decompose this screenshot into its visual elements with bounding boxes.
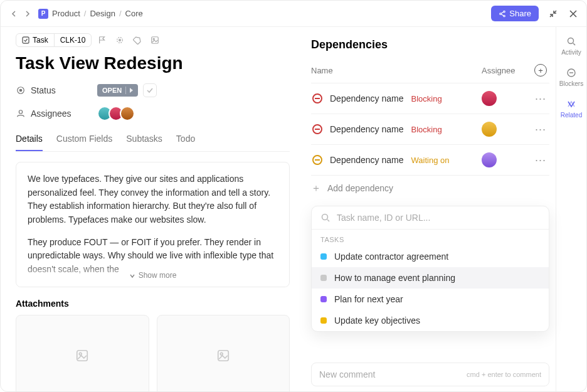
collapse-icon[interactable] bbox=[547, 8, 559, 19]
tag-icon[interactable] bbox=[130, 33, 144, 47]
status-row: Status OPEN bbox=[16, 83, 290, 97]
share-button[interactable]: Share bbox=[491, 6, 539, 21]
description-card: We love typefaces. They give our sites a… bbox=[16, 162, 290, 287]
svg-point-14 bbox=[220, 352, 223, 355]
dependencies-header: Name Assignee + bbox=[311, 60, 549, 83]
dependencies-title: Dependencies bbox=[311, 38, 549, 51]
crumb-0[interactable]: Product bbox=[52, 9, 80, 18]
status-swatch bbox=[320, 296, 327, 302]
assignees-label: Assignees bbox=[31, 109, 71, 119]
breadcrumb-sep: / bbox=[84, 9, 87, 18]
status-swatch bbox=[320, 317, 327, 324]
comment-placeholder: New comment bbox=[319, 369, 375, 379]
avatar bbox=[482, 122, 497, 137]
search-result-label: How to manage event planning bbox=[334, 273, 455, 283]
dependency-row[interactable]: Dependency name Blocking ··· bbox=[311, 83, 549, 114]
nav-back-button[interactable] bbox=[8, 8, 19, 19]
close-icon[interactable] bbox=[568, 8, 579, 19]
task-search-popover: TASKS Update contractor agreement How to… bbox=[311, 206, 549, 332]
status-play-icon bbox=[130, 88, 133, 93]
share-label: Share bbox=[509, 9, 531, 18]
search-result-label: Update key objectives bbox=[334, 315, 420, 326]
nav-forward-button[interactable] bbox=[22, 8, 33, 19]
dependency-status: Blocking bbox=[411, 94, 442, 103]
crumb-2[interactable]: Core bbox=[125, 9, 143, 18]
rail-activity[interactable]: Activity bbox=[561, 36, 581, 56]
status-icon bbox=[16, 85, 26, 95]
dependency-status: Waiting on bbox=[411, 156, 450, 165]
svg-point-10 bbox=[19, 110, 22, 114]
rail-blockers[interactable]: Blockers bbox=[559, 67, 583, 87]
rail-related[interactable]: Related bbox=[561, 98, 582, 119]
status-chip[interactable]: OPEN bbox=[97, 84, 138, 97]
side-rail: Activity Blockers Related bbox=[556, 27, 586, 391]
crumb-1[interactable]: Design bbox=[90, 9, 115, 18]
svg-point-7 bbox=[154, 38, 155, 40]
search-result[interactable]: How to manage event planning bbox=[312, 267, 549, 289]
row-menu-button[interactable]: ··· bbox=[532, 92, 549, 105]
task-pill-row: Task CLK-10 bbox=[16, 33, 290, 47]
avatar bbox=[120, 106, 135, 121]
svg-rect-3 bbox=[23, 37, 29, 43]
waiting-icon bbox=[311, 154, 324, 166]
status-swatch bbox=[320, 275, 327, 281]
breadcrumb: P Product / Design / Core bbox=[38, 9, 486, 19]
add-dependency-label: Add dependency bbox=[327, 183, 393, 193]
search-icon bbox=[566, 36, 577, 47]
dependency-name: Dependency name bbox=[330, 124, 404, 134]
complete-checkbox[interactable] bbox=[143, 83, 157, 97]
svg-point-16 bbox=[568, 38, 573, 44]
blockers-icon bbox=[566, 67, 577, 78]
task-search-input[interactable] bbox=[337, 213, 540, 223]
breadcrumb-sep: / bbox=[119, 9, 122, 18]
attachments-row bbox=[16, 315, 290, 391]
flag-icon[interactable] bbox=[95, 33, 109, 47]
add-dependency-button[interactable]: ＋ Add dependency bbox=[311, 175, 549, 201]
folder-icon: P bbox=[38, 9, 48, 19]
search-result[interactable]: Update key objectives bbox=[312, 310, 549, 331]
comment-hint: cmd + enter to comment bbox=[467, 371, 541, 378]
tab-details[interactable]: Details bbox=[16, 130, 43, 151]
show-more-button[interactable]: Show more bbox=[129, 270, 177, 282]
attachment-card[interactable] bbox=[157, 315, 290, 391]
assignees-row: Assignees bbox=[16, 106, 290, 121]
blocking-icon bbox=[311, 92, 324, 105]
rail-label: Related bbox=[561, 112, 582, 119]
dependency-name: Dependency name bbox=[330, 93, 404, 103]
related-icon bbox=[566, 98, 577, 110]
search-result[interactable]: Update contractor agreement bbox=[312, 246, 549, 267]
dependency-row[interactable]: Dependency name Waiting on ··· bbox=[311, 144, 549, 175]
col-assignee: Assignee bbox=[482, 66, 532, 75]
assignee-avatars[interactable] bbox=[97, 106, 135, 121]
nav-arrows bbox=[8, 8, 33, 19]
dependency-row[interactable]: Dependency name Blocking ··· bbox=[311, 114, 549, 144]
search-result-label: Update contractor agreement bbox=[334, 252, 448, 262]
status-label: Status bbox=[31, 85, 56, 95]
rail-label: Blockers bbox=[559, 80, 583, 87]
person-icon bbox=[16, 109, 26, 119]
header: P Product / Design / Core Share bbox=[1, 1, 586, 27]
attachments-title: Attachments bbox=[16, 299, 290, 309]
comment-input[interactable]: New comment cmd + enter to comment bbox=[311, 363, 549, 386]
attachment-card[interactable] bbox=[16, 315, 149, 391]
dependency-status: Blocking bbox=[411, 125, 442, 134]
tab-subtasks[interactable]: Subtasks bbox=[126, 130, 162, 151]
sprint-icon[interactable] bbox=[113, 33, 127, 47]
image-icon[interactable] bbox=[148, 33, 162, 47]
blocking-icon bbox=[311, 123, 324, 135]
task-type-label: Task bbox=[33, 36, 48, 45]
row-menu-button[interactable]: ··· bbox=[532, 123, 549, 136]
task-title: Task View Redesign bbox=[16, 53, 290, 73]
add-dependency-icon[interactable]: + bbox=[534, 64, 547, 77]
dependencies-panel: Dependencies Name Assignee + Dependency … bbox=[305, 27, 556, 391]
description-p1: We love typefaces. They give our sites a… bbox=[28, 172, 278, 227]
tab-custom-fields[interactable]: Custom Fields bbox=[56, 130, 112, 151]
row-menu-button[interactable]: ··· bbox=[532, 154, 549, 167]
search-result[interactable]: Plan for next year bbox=[312, 289, 549, 310]
task-type-seg: Task bbox=[16, 34, 54, 46]
search-icon bbox=[320, 213, 331, 223]
status-value: OPEN bbox=[102, 87, 122, 94]
task-pill[interactable]: Task CLK-10 bbox=[16, 33, 92, 47]
tab-todo[interactable]: Todo bbox=[176, 130, 195, 151]
svg-point-12 bbox=[80, 352, 82, 355]
